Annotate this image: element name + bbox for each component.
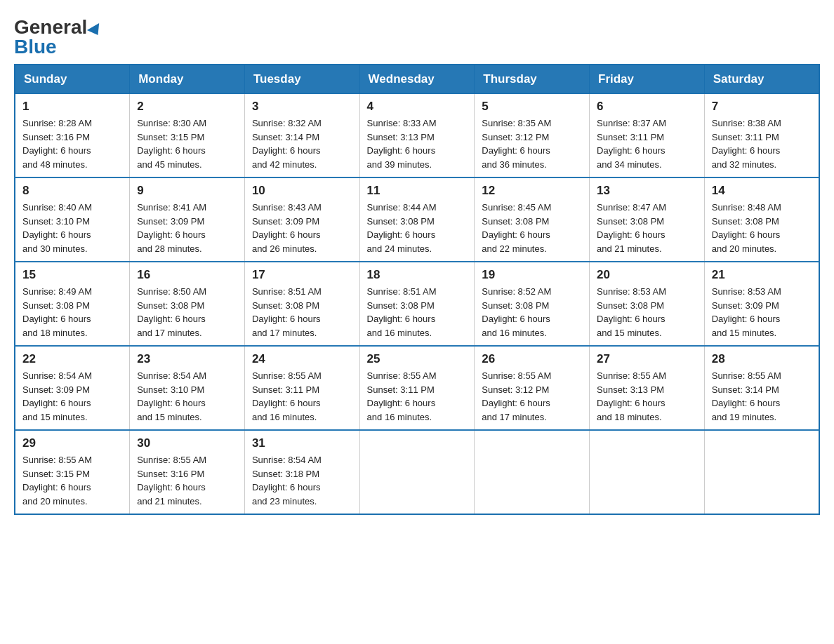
weekday-header-thursday: Thursday	[475, 65, 590, 94]
week-row-4: 22 Sunrise: 8:54 AM Sunset: 3:09 PM Dayl…	[15, 346, 819, 430]
day-number: 11	[367, 184, 468, 198]
logo-triangle-icon	[87, 23, 104, 39]
day-info: Sunrise: 8:53 AM Sunset: 3:09 PM Dayligh…	[712, 285, 812, 340]
calendar-cell: 3 Sunrise: 8:32 AM Sunset: 3:14 PM Dayli…	[244, 94, 359, 178]
calendar-cell: 11 Sunrise: 8:44 AM Sunset: 3:08 PM Dayl…	[359, 177, 475, 262]
calendar-cell: 7 Sunrise: 8:38 AM Sunset: 3:11 PM Dayli…	[704, 94, 819, 178]
day-info: Sunrise: 8:43 AM Sunset: 3:09 PM Dayligh…	[252, 201, 352, 255]
day-info: Sunrise: 8:33 AM Sunset: 3:13 PM Dayligh…	[367, 116, 468, 171]
calendar-cell: 1 Sunrise: 8:28 AM Sunset: 3:16 PM Dayli…	[15, 94, 130, 178]
calendar-cell: 6 Sunrise: 8:37 AM Sunset: 3:11 PM Dayli…	[590, 94, 705, 178]
calendar-cell: 18 Sunrise: 8:51 AM Sunset: 3:08 PM Dayl…	[359, 262, 475, 346]
day-number: 12	[482, 184, 582, 198]
day-info: Sunrise: 8:55 AM Sunset: 3:14 PM Dayligh…	[712, 369, 812, 424]
weekday-header-monday: Monday	[130, 65, 245, 94]
day-info: Sunrise: 8:40 AM Sunset: 3:10 PM Dayligh…	[22, 201, 122, 255]
calendar-cell: 9 Sunrise: 8:41 AM Sunset: 3:09 PM Dayli…	[130, 177, 245, 262]
calendar-cell: 23 Sunrise: 8:54 AM Sunset: 3:10 PM Dayl…	[130, 346, 245, 430]
day-number: 15	[22, 268, 122, 282]
day-number: 1	[22, 100, 122, 114]
day-info: Sunrise: 8:55 AM Sunset: 3:11 PM Dayligh…	[252, 369, 352, 424]
day-number: 26	[482, 352, 582, 366]
calendar-cell: 8 Sunrise: 8:40 AM Sunset: 3:10 PM Dayli…	[15, 177, 130, 262]
calendar-cell: 5 Sunrise: 8:35 AM Sunset: 3:12 PM Dayli…	[475, 94, 590, 178]
day-number: 24	[252, 352, 352, 366]
day-number: 3	[252, 100, 352, 114]
day-info: Sunrise: 8:35 AM Sunset: 3:12 PM Dayligh…	[482, 116, 582, 171]
calendar-cell: 17 Sunrise: 8:51 AM Sunset: 3:08 PM Dayl…	[244, 262, 359, 346]
day-number: 19	[482, 268, 582, 282]
week-row-1: 1 Sunrise: 8:28 AM Sunset: 3:16 PM Dayli…	[15, 94, 819, 178]
calendar-cell	[704, 430, 819, 514]
calendar-table: SundayMondayTuesdayWednesdayThursdayFrid…	[14, 64, 820, 515]
day-number: 29	[22, 436, 122, 450]
day-info: Sunrise: 8:32 AM Sunset: 3:14 PM Dayligh…	[252, 116, 352, 171]
day-number: 7	[712, 100, 812, 114]
calendar-cell: 4 Sunrise: 8:33 AM Sunset: 3:13 PM Dayli…	[359, 94, 475, 178]
day-number: 16	[137, 268, 237, 282]
calendar-cell: 24 Sunrise: 8:55 AM Sunset: 3:11 PM Dayl…	[244, 346, 359, 430]
day-info: Sunrise: 8:49 AM Sunset: 3:08 PM Dayligh…	[22, 285, 122, 340]
day-info: Sunrise: 8:55 AM Sunset: 3:15 PM Dayligh…	[22, 453, 122, 508]
calendar-cell: 19 Sunrise: 8:52 AM Sunset: 3:08 PM Dayl…	[475, 262, 590, 346]
day-info: Sunrise: 8:52 AM Sunset: 3:08 PM Dayligh…	[482, 285, 582, 340]
day-number: 8	[22, 184, 122, 198]
calendar-cell: 22 Sunrise: 8:54 AM Sunset: 3:09 PM Dayl…	[15, 346, 130, 430]
day-info: Sunrise: 8:41 AM Sunset: 3:09 PM Dayligh…	[137, 201, 237, 255]
calendar-cell: 21 Sunrise: 8:53 AM Sunset: 3:09 PM Dayl…	[704, 262, 819, 346]
calendar-cell: 28 Sunrise: 8:55 AM Sunset: 3:14 PM Dayl…	[704, 346, 819, 430]
calendar-cell	[359, 430, 475, 514]
day-info: Sunrise: 8:37 AM Sunset: 3:11 PM Dayligh…	[597, 116, 697, 171]
weekday-header-sunday: Sunday	[15, 65, 130, 94]
day-number: 2	[137, 100, 237, 114]
calendar-cell: 20 Sunrise: 8:53 AM Sunset: 3:08 PM Dayl…	[590, 262, 705, 346]
day-number: 18	[367, 268, 468, 282]
day-info: Sunrise: 8:47 AM Sunset: 3:08 PM Dayligh…	[597, 201, 697, 255]
day-number: 31	[252, 436, 352, 450]
day-info: Sunrise: 8:55 AM Sunset: 3:13 PM Dayligh…	[597, 369, 697, 424]
day-info: Sunrise: 8:44 AM Sunset: 3:08 PM Dayligh…	[367, 201, 468, 255]
calendar-cell: 27 Sunrise: 8:55 AM Sunset: 3:13 PM Dayl…	[590, 346, 705, 430]
calendar-cell: 26 Sunrise: 8:55 AM Sunset: 3:12 PM Dayl…	[475, 346, 590, 430]
weekday-header-friday: Friday	[590, 65, 705, 94]
calendar-cell: 16 Sunrise: 8:50 AM Sunset: 3:08 PM Dayl…	[130, 262, 245, 346]
day-info: Sunrise: 8:51 AM Sunset: 3:08 PM Dayligh…	[367, 285, 468, 340]
day-info: Sunrise: 8:55 AM Sunset: 3:16 PM Dayligh…	[137, 453, 237, 508]
logo-general-line: General	[14, 18, 102, 37]
day-number: 25	[367, 352, 468, 366]
calendar-cell: 25 Sunrise: 8:55 AM Sunset: 3:11 PM Dayl…	[359, 346, 475, 430]
day-info: Sunrise: 8:48 AM Sunset: 3:08 PM Dayligh…	[712, 201, 812, 255]
calendar-cell: 10 Sunrise: 8:43 AM Sunset: 3:09 PM Dayl…	[244, 177, 359, 262]
day-info: Sunrise: 8:55 AM Sunset: 3:12 PM Dayligh…	[482, 369, 582, 424]
logo-general-text: General	[14, 16, 87, 38]
day-number: 10	[252, 184, 352, 198]
calendar-cell: 14 Sunrise: 8:48 AM Sunset: 3:08 PM Dayl…	[704, 177, 819, 262]
day-info: Sunrise: 8:55 AM Sunset: 3:11 PM Dayligh…	[367, 369, 468, 424]
day-info: Sunrise: 8:38 AM Sunset: 3:11 PM Dayligh…	[712, 116, 812, 171]
calendar-cell: 2 Sunrise: 8:30 AM Sunset: 3:15 PM Dayli…	[130, 94, 245, 178]
day-number: 30	[137, 436, 237, 450]
page-header: General Blue	[14, 14, 820, 57]
calendar-cell: 31 Sunrise: 8:54 AM Sunset: 3:18 PM Dayl…	[244, 430, 359, 514]
day-info: Sunrise: 8:53 AM Sunset: 3:08 PM Dayligh…	[597, 285, 697, 340]
calendar-cell	[590, 430, 705, 514]
logo: General Blue	[14, 14, 102, 57]
weekday-header-wednesday: Wednesday	[359, 65, 475, 94]
day-number: 27	[597, 352, 697, 366]
week-row-3: 15 Sunrise: 8:49 AM Sunset: 3:08 PM Dayl…	[15, 262, 819, 346]
day-number: 6	[597, 100, 697, 114]
day-number: 21	[712, 268, 812, 282]
day-info: Sunrise: 8:51 AM Sunset: 3:08 PM Dayligh…	[252, 285, 352, 340]
day-number: 4	[367, 100, 468, 114]
week-row-2: 8 Sunrise: 8:40 AM Sunset: 3:10 PM Dayli…	[15, 177, 819, 262]
calendar-cell: 15 Sunrise: 8:49 AM Sunset: 3:08 PM Dayl…	[15, 262, 130, 346]
day-info: Sunrise: 8:54 AM Sunset: 3:09 PM Dayligh…	[22, 369, 122, 424]
calendar-cell: 30 Sunrise: 8:55 AM Sunset: 3:16 PM Dayl…	[130, 430, 245, 514]
day-number: 13	[597, 184, 697, 198]
day-number: 9	[137, 184, 237, 198]
day-info: Sunrise: 8:45 AM Sunset: 3:08 PM Dayligh…	[482, 201, 582, 255]
day-info: Sunrise: 8:54 AM Sunset: 3:10 PM Dayligh…	[137, 369, 237, 424]
week-row-5: 29 Sunrise: 8:55 AM Sunset: 3:15 PM Dayl…	[15, 430, 819, 514]
day-number: 20	[597, 268, 697, 282]
day-info: Sunrise: 8:50 AM Sunset: 3:08 PM Dayligh…	[137, 285, 237, 340]
